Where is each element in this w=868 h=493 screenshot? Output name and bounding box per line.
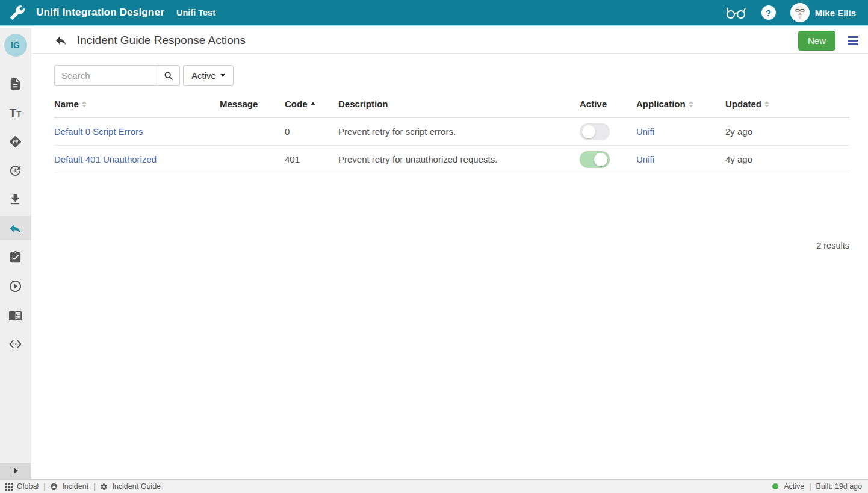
row-code: 401 <box>285 154 338 164</box>
response-actions-table: Name Message Code Description Active A <box>54 99 849 173</box>
sidebar-item-documentation[interactable] <box>0 300 31 329</box>
row-code: 0 <box>285 126 338 137</box>
sort-icon <box>689 101 693 107</box>
column-header-active[interactable]: Active <box>580 99 636 109</box>
results-count: 2 results <box>54 241 849 250</box>
environment-label[interactable]: Unifi Test <box>176 8 215 17</box>
sidebar-expand-button[interactable] <box>0 463 31 479</box>
sort-ascending-icon <box>311 102 315 105</box>
grid-icon <box>5 483 13 491</box>
column-header-code[interactable]: Code <box>285 99 338 109</box>
column-header-name[interactable]: Name <box>54 99 220 109</box>
integration-avatar[interactable]: IG <box>4 34 27 57</box>
row-updated: 4y ago <box>725 154 849 164</box>
column-header-description[interactable]: Description <box>338 99 580 109</box>
row-updated: 2y ago <box>725 126 849 137</box>
reply-icon <box>8 222 22 235</box>
download-icon <box>8 193 22 206</box>
search-icon <box>164 71 173 81</box>
page-header: Incident Guide Response Actions New <box>32 28 868 54</box>
document-icon <box>8 77 22 91</box>
sidebar-item-directions[interactable] <box>0 127 31 156</box>
text-icon: TT <box>9 107 21 119</box>
table-header-row: Name Message Code Description Active A <box>54 99 849 118</box>
gear-icon <box>100 483 108 491</box>
active-toggle[interactable] <box>580 151 610 168</box>
top-navbar: Unifi Integration Designer Unifi Test ? <box>0 0 868 26</box>
sidebar-item-response-actions[interactable] <box>0 216 31 240</box>
toolbar: Active <box>54 65 849 86</box>
status-bar: Global | Incident | Incident Guide Activ… <box>0 479 868 493</box>
sidebar: IG TT <box>0 28 31 479</box>
status-label: Active <box>784 482 804 491</box>
application-scope-icon <box>50 483 58 491</box>
module-label[interactable]: Incident Guide <box>112 482 161 491</box>
page-title: Incident Guide Response Actions <box>77 34 246 47</box>
active-toggle[interactable] <box>580 123 610 140</box>
back-icon[interactable] <box>54 34 67 47</box>
sidebar-item-tasks[interactable] <box>0 243 31 271</box>
row-name-link[interactable]: Default 401 Unauthorized <box>54 154 157 164</box>
column-header-message[interactable]: Message <box>220 99 285 109</box>
user-name: Mike Ellis <box>815 8 856 18</box>
built-label: Built: 19d ago <box>816 482 862 491</box>
chevron-down-icon <box>220 74 225 77</box>
row-description: Prevent retry for unauthorized requests. <box>338 154 580 164</box>
sidebar-item-text[interactable]: TT <box>0 98 31 127</box>
sidebar-item-run[interactable] <box>0 271 31 300</box>
play-circle-icon <box>8 279 22 293</box>
sidebar-item-documents[interactable] <box>0 69 31 98</box>
column-header-application[interactable]: Application <box>636 99 725 109</box>
expand-arrow-icon <box>14 468 18 474</box>
user-avatar <box>790 3 810 22</box>
history-icon <box>8 164 22 178</box>
new-button[interactable]: New <box>798 31 835 51</box>
status-dot-icon <box>772 483 778 489</box>
help-icon[interactable]: ? <box>761 5 776 20</box>
sidebar-item-history[interactable] <box>0 156 31 185</box>
filter-value: Active <box>191 70 216 81</box>
scope-label[interactable]: Global <box>17 482 39 491</box>
directions-icon <box>8 135 22 149</box>
application-label[interactable]: Incident <box>62 482 88 491</box>
app-title: Unifi Integration Designer <box>36 7 164 19</box>
table-row: Default 0 Script Errors 0 Prevent retry … <box>54 118 849 146</box>
wrench-logo-icon <box>10 5 25 20</box>
row-name-link[interactable]: Default 0 Script Errors <box>54 126 143 137</box>
menu-icon[interactable] <box>846 35 860 46</box>
content: Active Name Message Code Description <box>32 54 868 250</box>
clipboard-check-icon <box>8 250 22 264</box>
search-button[interactable] <box>157 65 180 86</box>
sort-icon <box>82 101 87 107</box>
spectacles-icon[interactable] <box>725 5 747 20</box>
user-menu[interactable]: Mike Ellis <box>790 3 856 22</box>
sort-icon <box>764 101 769 107</box>
sidebar-item-download[interactable] <box>0 185 31 214</box>
main-area: Incident Guide Response Actions New Acti… <box>32 28 868 479</box>
table-row: Default 401 Unauthorized 401 Prevent ret… <box>54 146 849 173</box>
active-filter-dropdown[interactable]: Active <box>183 65 234 86</box>
search-input[interactable] <box>54 65 157 86</box>
book-icon <box>8 308 22 322</box>
row-application-link[interactable]: Unifi <box>636 154 654 164</box>
sidebar-item-code[interactable] <box>0 329 31 358</box>
column-header-updated[interactable]: Updated <box>725 99 849 109</box>
row-application-link[interactable]: Unifi <box>636 126 654 137</box>
row-description: Prevent retry for script errors. <box>338 126 580 137</box>
code-icon <box>8 337 22 351</box>
